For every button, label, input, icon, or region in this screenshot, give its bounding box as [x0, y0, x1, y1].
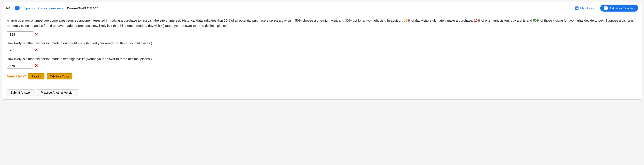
question-header: 63. + 0/3 points Previous Answers Devore… [2, 3, 642, 14]
my-notes-button[interactable]: My Notes [575, 6, 594, 10]
answer-input-3[interactable] [7, 63, 33, 69]
talk-to-tutor-button[interactable]: Talk to a Tutor [47, 73, 72, 79]
need-help-row: Need Help? Read It Talk to a Tutor [7, 73, 637, 79]
previous-answers-link[interactable]: Previous Answers [38, 6, 64, 10]
need-help-label: Need Help? [7, 74, 26, 78]
question-footer: Submit Answer Practice Another Version [2, 86, 642, 99]
submit-answer-button[interactable]: Submit Answer [7, 89, 34, 96]
body-text-1: A large operator of timeshare complexes … [7, 19, 404, 22]
sub-question-1: How likely is it that this person made a… [7, 41, 637, 46]
plus-circle-icon: + [15, 6, 20, 11]
wrong-mark-2: ✕ [35, 48, 38, 52]
notes-icon [575, 6, 579, 10]
answer-input-1[interactable] [7, 32, 33, 37]
body-text-3: % of one-night visitors buy a unit, and [478, 19, 533, 22]
wrong-mark-1: ✕ [35, 32, 38, 37]
highlight-50: 50 [533, 19, 537, 22]
answer-input-2[interactable] [7, 47, 33, 53]
practice-another-button[interactable]: Practice Another Version [37, 89, 78, 96]
points-badge[interactable]: + 0/3 points [15, 6, 35, 11]
question-text: A large operator of timeshare complexes … [7, 18, 637, 28]
points-label: 0/3 points [21, 6, 35, 10]
question-number: 63. [6, 6, 11, 11]
question-container: 63. + 0/3 points Previous Answers Devore… [2, 2, 642, 99]
wrong-mark-3: ✕ [35, 63, 38, 68]
body-text-2: % of day visitors ultimately make a purc… [408, 19, 474, 22]
question-id: DevoreStat9 2.E.065. [67, 6, 99, 10]
ask-teacher-button[interactable]: + Ask Your Teacher [600, 5, 638, 12]
sub-question-2: How likely is it that this person made a… [7, 57, 637, 62]
highlight-20: 20 [474, 19, 478, 22]
answer-row-3: ✕ [7, 63, 637, 69]
answer-row-1: ✕ [7, 32, 637, 37]
question-body: A large operator of timeshare complexes … [2, 14, 642, 83]
read-it-button[interactable]: Read It [28, 73, 44, 79]
my-notes-label: My Notes [580, 6, 594, 10]
highlight-30: 30 [404, 19, 408, 22]
ask-teacher-plus-icon: + [604, 6, 608, 10]
ask-teacher-label: Ask Your Teacher [609, 6, 635, 10]
answer-row-2: ✕ [7, 47, 637, 53]
